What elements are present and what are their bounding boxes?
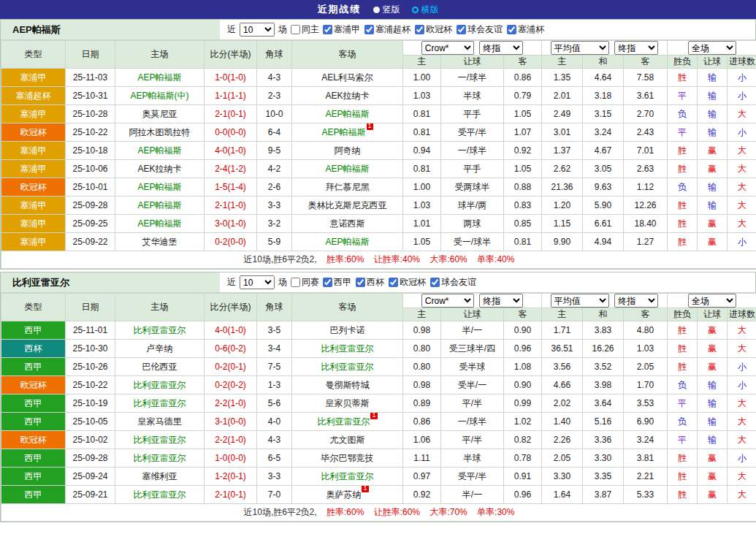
col-header-odds-home: 主 <box>403 308 441 321</box>
away-team: 皇家贝蒂斯 <box>292 394 403 413</box>
corners-cell: 4-3 <box>257 69 292 87</box>
league-checkbox[interactable] <box>507 25 516 34</box>
result-winloss: 胜 <box>668 142 698 160</box>
matches-table: 类型 日期 主场 比分(半场) 角球 客场 Crow* 终指 平均值 终指 全场 <box>1 40 756 269</box>
match-row: 西杯25-10-30卢辛纳0-6(0-2)3-4比利亚雷亚尔0.80受三球半/四… <box>1 340 756 358</box>
col-header-type: 类型 <box>1 294 66 321</box>
handicap-line: 受三球半/四 <box>441 340 504 358</box>
competition-badge: 西甲 <box>1 394 66 413</box>
result-handicap: 输 <box>698 178 728 197</box>
euro-time-select[interactable]: 终指 <box>614 294 658 308</box>
result-goals: 小 <box>728 123 756 142</box>
avg-odds-home: 3.56 <box>542 358 583 376</box>
league-filter[interactable]: 球会友谊 <box>457 23 503 36</box>
league-filter[interactable]: 欧冠杯 <box>415 23 452 36</box>
average-select[interactable]: 平均值 <box>551 41 609 55</box>
same-checkbox[interactable] <box>291 278 300 287</box>
team-name: 比利亚雷亚尔 <box>1 272 220 292</box>
handicap-odds-home: 0.89 <box>403 394 441 413</box>
handicap-win-rate: 让胜率:60% <box>374 507 420 517</box>
handicap-line: 受平/半 <box>441 468 504 486</box>
match-count-select[interactable]: 10 <box>240 23 275 37</box>
home-team: 卢辛纳 <box>115 340 205 358</box>
handicap-odds-away: 0.92 <box>504 142 542 160</box>
corners-cell: 2-3 <box>257 87 292 105</box>
team-label: 比利亚雷亚尔 <box>134 435 186 445</box>
col-header-odds-away: 客 <box>504 56 542 69</box>
league-checkbox[interactable] <box>389 278 398 287</box>
col-header-handicap-result: 让球 <box>698 308 728 321</box>
competition-badge: 西甲 <box>1 413 66 431</box>
handicap-line: 半球 <box>441 449 504 468</box>
league-filter[interactable]: 西甲 <box>323 276 351 289</box>
match-row: 西甲25-10-05皇家马德里3-1(0-0)4-0比利亚雷亚尔10.86一/球… <box>1 413 756 431</box>
home-team: 比利亚雷亚尔 <box>115 431 205 449</box>
league-filter[interactable]: 塞浦杯 <box>507 23 544 36</box>
team-label: 比利亚雷亚尔 <box>134 489 186 500</box>
team-label: 比利亚雷亚尔 <box>134 325 186 335</box>
result-handicap: 赢 <box>698 358 728 376</box>
col-header-handicap-result: 让球 <box>698 56 728 69</box>
avg-odds-draw: 3.05 <box>583 160 624 178</box>
scope-select[interactable]: 全场 <box>688 41 736 55</box>
league-checkbox[interactable] <box>430 278 440 287</box>
league-filter[interactable]: 欧冠杯 <box>389 276 426 289</box>
match-row: 西甲25-09-28比利亚雷亚尔1-0(0-0)6-5毕尔巴鄂竞技1.11半球0… <box>1 449 756 468</box>
league-checkbox[interactable] <box>415 25 424 34</box>
col-header-corner: 角球 <box>257 294 292 321</box>
league-checkbox[interactable] <box>323 25 332 34</box>
col-header-avg-draw: 和 <box>583 56 624 69</box>
handicap-line: 一/球半 <box>441 142 504 160</box>
competition-badge: 塞浦甲 <box>1 233 66 251</box>
layout-horizontal-radio[interactable]: 横版 <box>412 4 439 16</box>
result-winloss: 负 <box>668 376 698 394</box>
bookmaker-select[interactable]: Crow* <box>421 41 474 55</box>
layout-vertical-radio[interactable]: 竖版 <box>373 4 400 16</box>
away-team: 拜仁慕尼黑 <box>292 178 403 197</box>
league-filter[interactable]: 西杯 <box>356 276 384 289</box>
league-checkbox[interactable] <box>364 25 374 34</box>
league-filter[interactable]: 塞浦超杯 <box>364 23 411 36</box>
league-checkbox[interactable] <box>356 278 365 287</box>
same-filter[interactable]: 同主 <box>291 23 319 36</box>
games-label: 场 <box>278 23 287 36</box>
col-header-goals: 进球数 <box>728 56 756 69</box>
euro-time-select[interactable]: 终指 <box>614 41 658 55</box>
competition-badge: 塞浦甲 <box>1 142 66 160</box>
match-date: 25-10-22 <box>66 123 115 142</box>
avg-odds-draw: 3.98 <box>583 376 624 394</box>
league-checkbox[interactable] <box>323 278 332 287</box>
handicap-time-select[interactable]: 终指 <box>479 41 523 55</box>
match-date: 25-10-19 <box>66 394 115 413</box>
scope-select[interactable]: 全场 <box>688 294 736 308</box>
avg-odds-away: 2.05 <box>624 358 668 376</box>
same-filter[interactable]: 同赛 <box>291 276 319 289</box>
match-count-select[interactable]: 10 <box>240 275 275 289</box>
team-label: AEP帕福斯 <box>321 127 365 137</box>
home-team: AEP帕福斯 <box>115 178 205 197</box>
handicap-odds-home: 0.97 <box>403 468 441 486</box>
handicap-odds-controls: Crow* 终指 <box>403 41 542 56</box>
average-select[interactable]: 平均值 <box>551 294 609 308</box>
euro-odds-controls: 平均值 终指 <box>542 294 668 308</box>
same-checkbox[interactable] <box>291 25 300 34</box>
result-winloss: 胜 <box>668 233 698 251</box>
result-handicap: 赢 <box>698 160 728 178</box>
avg-odds-home: 1.64 <box>542 486 583 504</box>
league-filter[interactable]: 塞浦甲 <box>323 23 360 36</box>
result-handicap: 输 <box>698 87 728 105</box>
score-cell: 1-1(1-1) <box>205 87 257 105</box>
result-handicap: 输 <box>698 123 728 142</box>
handicap-odds-away: 0.79 <box>504 87 542 105</box>
bookmaker-select[interactable]: Crow* <box>421 294 474 308</box>
col-header-score: 比分(半场) <box>205 41 257 69</box>
league-filter[interactable]: 球会友谊 <box>430 276 476 289</box>
home-team: AEP帕福斯 <box>115 215 205 233</box>
match-row: 欧冠杯25-10-22阿拉木图凯拉特0-0(0-0)6-4AEP帕福斯10.81… <box>1 123 756 142</box>
handicap-time-select[interactable]: 终指 <box>479 294 523 308</box>
avg-odds-home: 2.26 <box>542 431 583 449</box>
handicap-line: 平手 <box>441 160 504 178</box>
col-header-avg-home: 主 <box>542 56 583 69</box>
home-team: AEP帕福斯(中) <box>115 87 205 105</box>
league-checkbox[interactable] <box>457 25 466 34</box>
